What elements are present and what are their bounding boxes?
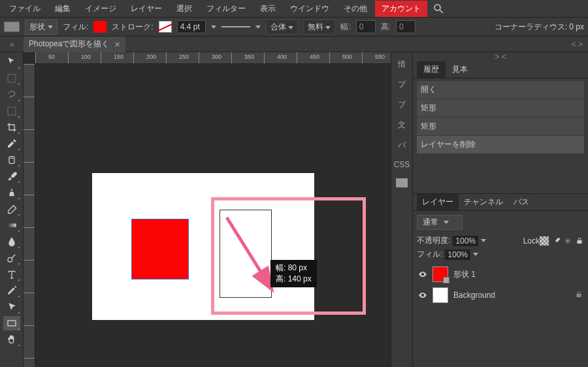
image-panel-icon[interactable] <box>396 178 408 187</box>
document-tab-title: Photopeaで図形を描く <box>29 39 109 50</box>
menu-window[interactable]: ウインドウ <box>284 1 336 17</box>
text-tool[interactable] <box>3 267 20 281</box>
width-input[interactable] <box>356 20 376 33</box>
hand-tool[interactable] <box>3 332 20 347</box>
layer-mask-icon[interactable] <box>443 277 449 283</box>
svg-rect-12 <box>577 294 581 297</box>
tab-history[interactable]: 履歴 <box>417 61 446 78</box>
layer-thumbnail[interactable] <box>433 266 448 282</box>
align-select[interactable]: 無料 <box>303 20 335 35</box>
toolbar-expand-icon[interactable]: » <box>0 40 24 49</box>
clone-tool[interactable] <box>3 185 20 200</box>
lock-pixels-icon[interactable] <box>551 236 561 246</box>
lock-transparent-icon[interactable] <box>540 236 549 246</box>
height-label: 高: <box>381 22 391 33</box>
menu-edit[interactable]: 編集 <box>48 1 77 17</box>
layer-row[interactable]: 形状 1 <box>417 264 584 285</box>
left-toolbar <box>0 52 24 367</box>
opacity-dropdown-icon[interactable] <box>481 239 486 242</box>
lock-all-icon[interactable] <box>575 236 584 246</box>
vtab-properties[interactable]: プ <box>398 79 406 90</box>
vtab-info[interactable]: 情 <box>398 59 406 70</box>
stroke-style-preview[interactable] <box>221 26 250 27</box>
tab-paths[interactable]: パス <box>508 194 534 210</box>
pen-tool[interactable] <box>3 283 20 298</box>
vertical-ruler <box>24 64 35 367</box>
stroke-swatch[interactable] <box>159 21 172 33</box>
tab-swatches[interactable]: 見本 <box>446 61 474 78</box>
tab-channels[interactable]: チャンネル <box>459 194 508 210</box>
history-item[interactable]: 矩形 <box>417 118 584 135</box>
vtab-css[interactable]: CSS <box>394 160 410 169</box>
shape-mode-select[interactable]: 形状 <box>25 20 57 35</box>
fill-label: フィル: <box>63 22 88 33</box>
svg-line-1 <box>440 10 443 13</box>
close-tab-icon[interactable]: × <box>114 39 120 50</box>
move-tool[interactable] <box>3 55 20 69</box>
layer-thumbnail[interactable] <box>433 287 448 303</box>
tool-preset-swatch[interactable] <box>4 22 20 32</box>
tooltip-height: 高: 140 px <box>276 274 312 285</box>
menu-file[interactable]: ファイル <box>3 1 47 17</box>
history-item[interactable]: 開く <box>417 81 584 99</box>
layer-row[interactable]: Background <box>417 285 584 306</box>
crop-tool[interactable] <box>3 120 20 135</box>
menu-view[interactable]: 表示 <box>253 1 282 17</box>
path-select-tool[interactable] <box>3 300 20 314</box>
history-item[interactable]: 矩形 <box>417 99 584 117</box>
heal-tool[interactable] <box>3 153 20 167</box>
menu-select[interactable]: 選択 <box>170 1 199 17</box>
menu-image[interactable]: イメージ <box>78 1 123 17</box>
lasso-tool[interactable] <box>3 88 20 102</box>
svg-rect-4 <box>9 157 14 164</box>
eyedropper-tool[interactable] <box>3 136 20 151</box>
opacity-value[interactable]: 100% <box>453 236 478 246</box>
visibility-icon[interactable] <box>418 291 427 300</box>
tab-layers[interactable]: レイヤー <box>417 194 459 210</box>
stroke-style-dropdown-icon[interactable] <box>255 25 261 29</box>
blur-tool[interactable] <box>3 234 20 249</box>
rectangle-tool[interactable] <box>3 316 20 330</box>
magic-wand-tool[interactable] <box>3 104 20 118</box>
path-combine-select[interactable]: 合体 <box>266 20 298 35</box>
panel-collapse-icon[interactable]: > < <box>413 52 588 61</box>
vtab-paragraph[interactable]: パ <box>398 140 406 151</box>
svg-rect-6 <box>7 223 16 227</box>
horizontal-ruler: 50100150200250300350400450500550 <box>35 52 391 64</box>
vtab-brushes[interactable]: ブ <box>398 99 406 110</box>
opacity-label: 不透明度: <box>417 235 450 246</box>
fill-opacity-value[interactable]: 100% <box>445 249 470 260</box>
menu-account[interactable]: アカウント <box>375 1 427 17</box>
eraser-tool[interactable] <box>3 202 20 216</box>
gradient-tool[interactable] <box>3 218 20 232</box>
height-input[interactable] <box>396 20 416 33</box>
canvas-area[interactable]: 50100150200250300350400450500550 幅: 80 p… <box>24 52 391 367</box>
tab-expand-icon[interactable]: < > <box>572 40 583 49</box>
shape-red-rectangle[interactable] <box>131 219 189 279</box>
blend-mode-row: 通常 <box>413 211 588 234</box>
vtab-character[interactable]: 文 <box>398 120 406 131</box>
search-icon[interactable] <box>433 3 444 14</box>
dodge-tool[interactable] <box>3 251 20 265</box>
fill-swatch[interactable] <box>93 21 106 33</box>
stroke-width-dropdown-icon[interactable] <box>211 25 216 29</box>
document-tab[interactable]: Photopeaで図形を描く × <box>24 37 125 52</box>
svg-point-7 <box>8 257 12 262</box>
lock-position-icon[interactable] <box>563 236 572 246</box>
svg-line-8 <box>12 255 15 258</box>
svg-rect-9 <box>8 321 16 326</box>
visibility-icon[interactable] <box>418 270 427 279</box>
menu-filter[interactable]: フィルター <box>200 1 252 17</box>
fill-dropdown-icon[interactable] <box>473 253 478 256</box>
lock-icon <box>575 291 583 300</box>
layer-name[interactable]: 形状 1 <box>453 269 476 280</box>
menu-layer[interactable]: レイヤー <box>124 1 169 17</box>
menu-other[interactable]: その他 <box>337 1 374 17</box>
options-bar: 形状 フィル: ストローク: 合体 無料 幅: 高: コーナーラディウス: 0 … <box>0 17 588 37</box>
history-item[interactable]: レイヤーを削除 <box>417 136 584 153</box>
layer-name[interactable]: Background <box>453 291 495 300</box>
marquee-tool[interactable] <box>3 71 20 86</box>
blend-mode-select[interactable]: 通常 <box>417 215 463 230</box>
brush-tool[interactable] <box>3 169 20 184</box>
stroke-width-input[interactable] <box>177 20 206 33</box>
